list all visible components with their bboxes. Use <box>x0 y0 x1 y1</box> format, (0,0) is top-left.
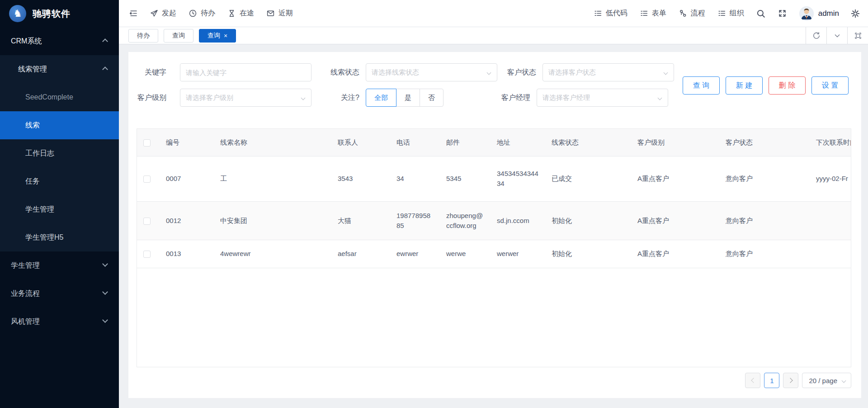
fullscreen-button[interactable] <box>778 9 787 18</box>
topbar: 发起 待办 在途 近期 低代码 表单 流程 组织 <box>119 0 868 27</box>
tab-query[interactable]: 查询 <box>164 29 193 43</box>
pagination: 1 20 / page <box>745 373 851 388</box>
cell-id: 0007 <box>160 156 214 201</box>
sidebar-item-student-management-top[interactable]: 学生管理 <box>0 251 119 280</box>
sidebar-item-seedcomplete[interactable]: SeedComplete <box>0 83 119 111</box>
topbar-item-initiate[interactable]: 发起 <box>150 9 176 18</box>
create-button[interactable]: 新建 <box>726 76 763 95</box>
row-checkbox[interactable] <box>143 176 151 183</box>
sidebar-item-label: 任务 <box>25 177 40 186</box>
cell-customer-level: A重点客户 <box>631 240 719 268</box>
settings-button[interactable] <box>851 9 860 18</box>
sidebar-item-work-log[interactable]: 工作日志 <box>0 139 119 167</box>
lead-status-select[interactable]: 请选择线索状态 <box>366 63 497 81</box>
sidebar-item-student-management-h5[interactable]: 学生管理H5 <box>0 223 119 251</box>
sidebar-item-label: 线索 <box>25 121 40 130</box>
refresh-tab-button[interactable] <box>806 27 826 44</box>
flow-icon <box>679 9 687 18</box>
chevron-up-icon <box>103 37 107 45</box>
mail-icon <box>266 9 275 18</box>
settings-grid-button[interactable]: 设置 <box>811 76 849 95</box>
table-row: 0012 中安集团 大猫 19877895885 zhoupeng@ccflow… <box>137 201 851 240</box>
follow-option-yes[interactable]: 是 <box>396 89 420 107</box>
follow-option-label: 否 <box>428 94 435 102</box>
header-checkbox-cell <box>137 129 160 156</box>
tab-label: 待办 <box>137 32 150 40</box>
col-header-lead-status: 线索状态 <box>545 129 631 156</box>
prev-page-button[interactable] <box>745 373 760 388</box>
col-header-id: 编号 <box>160 129 214 156</box>
sidebar-item-crm-system[interactable]: CRM系统 <box>0 27 119 55</box>
cell-contact: aefsar <box>331 240 390 268</box>
chevron-down-icon <box>842 379 846 383</box>
customer-level-select[interactable]: 请选择客户级别 <box>180 89 311 107</box>
sidebar-item-label: 风机管理 <box>11 317 40 327</box>
maximize-frame-icon <box>854 32 862 40</box>
cell-lead-status: 初始化 <box>545 240 631 268</box>
customer-level-placeholder: 请选择客户级别 <box>186 94 233 102</box>
action-buttons: 查询 新建 删除 设置 <box>683 76 849 95</box>
user-avatar[interactable] <box>799 6 814 21</box>
cell-next-contact-time <box>810 240 851 268</box>
page-number-button[interactable]: 1 <box>764 373 779 388</box>
tabbar-tools <box>806 27 868 44</box>
cell-phone: ewrwer <box>390 240 440 268</box>
customer-manager-label: 客户经理 <box>496 93 530 103</box>
sidebar-item-fan-management[interactable]: 风机管理 <box>0 308 119 336</box>
sidebar-item-label: SeedComplete <box>25 93 73 101</box>
sidebar-item-lead-management[interactable]: 线索管理 <box>0 55 119 83</box>
topbar-item-todo[interactable]: 待办 <box>189 9 215 18</box>
topbar-item-label: 近期 <box>278 9 293 18</box>
topbar-item-in-transit[interactable]: 在途 <box>227 9 254 18</box>
cell-address: werwer <box>491 240 545 268</box>
next-page-button[interactable] <box>783 373 798 388</box>
cell-customer-level: A重点客户 <box>631 201 719 240</box>
cell-email: 5345 <box>440 156 491 201</box>
tab-list-dropdown-button[interactable] <box>826 27 847 44</box>
collapse-sidebar-button[interactable] <box>129 9 137 18</box>
tab-todo[interactable]: 待办 <box>128 29 158 43</box>
cell-lead-name: 4wewrewr <box>214 240 331 268</box>
avatar-image <box>799 6 814 21</box>
topbar-item-process[interactable]: 流程 <box>679 9 705 18</box>
sidebar-item-student-management[interactable]: 学生管理 <box>0 195 119 223</box>
customer-status-placeholder: 请选择客户状态 <box>548 68 596 77</box>
chevron-left-icon <box>751 378 756 383</box>
tab-query-active[interactable]: 查询 × <box>199 29 236 43</box>
search-button[interactable] <box>756 9 765 18</box>
cell-next-contact-time: yyyy-02-Fr <box>810 156 851 201</box>
table-row: 0013 4wewrewr aefsar ewrwer werwe werwer… <box>137 240 851 268</box>
cell-contact: 大猫 <box>331 201 390 240</box>
select-all-checkbox[interactable] <box>143 139 151 147</box>
query-button[interactable]: 查询 <box>683 76 720 95</box>
follow-option-all[interactable]: 全部 <box>366 89 396 107</box>
page-size-select[interactable]: 20 / page <box>802 373 851 388</box>
customer-manager-select[interactable]: 请选择客户经理 <box>537 89 668 107</box>
tab-close-icon[interactable]: × <box>224 32 227 39</box>
tab-label: 查询 <box>208 32 220 40</box>
sidebar-item-business-process[interactable]: 业务流程 <box>0 280 119 308</box>
delete-button[interactable]: 删除 <box>769 76 806 95</box>
follow-option-no[interactable]: 否 <box>420 89 443 107</box>
logo-glyph: ♞ <box>13 9 22 19</box>
ordered-list-icon <box>594 9 602 18</box>
send-icon <box>150 9 158 18</box>
chevron-down-icon <box>103 261 107 270</box>
username[interactable]: admin <box>818 9 839 18</box>
topbar-item-recent[interactable]: 近期 <box>266 9 293 18</box>
maximize-view-button[interactable] <box>847 27 868 44</box>
col-header-phone: 电话 <box>390 129 440 156</box>
sidebar-item-leads[interactable]: 线索 <box>0 111 119 139</box>
topbar-item-lowcode[interactable]: 低代码 <box>594 9 627 18</box>
topbar-item-forms[interactable]: 表单 <box>640 9 666 18</box>
col-header-address: 地址 <box>491 129 545 156</box>
customer-status-select[interactable]: 请选择客户状态 <box>542 63 674 81</box>
row-checkbox[interactable] <box>143 251 151 258</box>
ordered-list-icon <box>717 9 726 18</box>
keyword-input[interactable] <box>180 64 311 81</box>
sidebar-item-tasks[interactable]: 任务 <box>0 167 119 195</box>
topbar-item-organization[interactable]: 组织 <box>717 9 744 18</box>
cell-phone: 34 <box>390 156 440 201</box>
menu-fold-icon <box>129 9 137 18</box>
row-checkbox[interactable] <box>143 218 151 225</box>
